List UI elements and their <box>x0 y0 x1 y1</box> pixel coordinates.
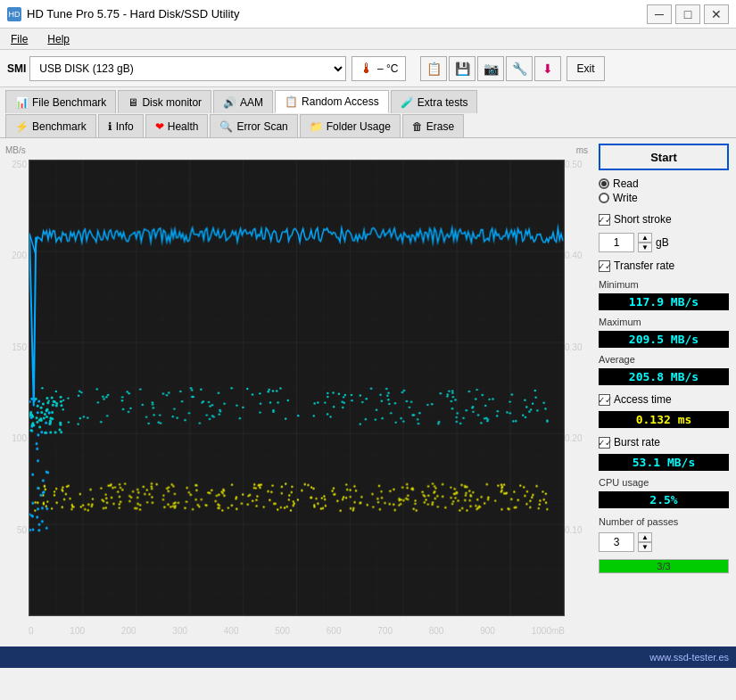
short-stroke-checkbox[interactable]: ✓ <box>599 214 610 226</box>
burst-rate-checkbox[interactable]: ✓ <box>599 437 610 449</box>
short-stroke-field[interactable] <box>599 233 634 252</box>
minimize-button[interactable]: ─ <box>647 4 672 24</box>
short-stroke-unit: gB <box>656 236 669 249</box>
short-stroke-down[interactable]: ▼ <box>638 243 652 252</box>
camera-icon-button[interactable]: 📷 <box>477 56 504 81</box>
file-menu[interactable]: File <box>5 31 33 47</box>
disk-dropdown[interactable]: USB DISK (123 gB) <box>29 56 346 81</box>
aam-label: AAM <box>240 96 263 109</box>
close-button[interactable]: ✕ <box>704 4 729 24</box>
short-stroke-up[interactable]: ▲ <box>638 233 652 243</box>
tab-health[interactable]: ❤ Health <box>145 114 209 137</box>
progress-bar: 3/3 <box>599 559 729 573</box>
title-bar: HD HD Tune Pro 5.75 - Hard Disk/SSD Util… <box>0 0 736 29</box>
info-icon: ℹ <box>108 120 112 133</box>
exit-button[interactable]: Exit <box>566 56 604 81</box>
short-stroke-spinners: ▲ ▼ <box>638 233 652 252</box>
settings-icon-button[interactable]: 🔧 <box>506 56 533 81</box>
tab-info[interactable]: ℹ Info <box>98 114 144 137</box>
toolbar-icons: 📋 💾 📷 🔧 ⬇ <box>420 56 561 81</box>
random-access-label: Random Access <box>302 95 379 108</box>
tab-aam[interactable]: 🔊 AAM <box>213 90 273 113</box>
read-radio-circle <box>599 178 609 189</box>
file-benchmark-label: File Benchmark <box>32 96 106 109</box>
minimum-label: Minimum <box>599 279 729 290</box>
y-axis-left-label: MB/s <box>5 145 26 155</box>
maximum-label: Maximum <box>599 317 729 327</box>
average-value: 205.8 MB/s <box>599 368 729 385</box>
access-time-row: ✓ Access time <box>599 393 729 406</box>
disk-selector-wrapper: SMI USB DISK (123 gB) <box>7 56 346 81</box>
file-benchmark-icon: 📊 <box>15 96 29 109</box>
burst-rate-label: Burst rate <box>614 436 660 449</box>
read-write-radio-group: Read Write <box>599 177 729 204</box>
tab-folder-usage[interactable]: 📁 Folder Usage <box>300 114 401 137</box>
cpu-usage-value: 2.5% <box>599 491 729 508</box>
passes-spinners: ▲ ▼ <box>638 532 652 552</box>
folder-usage-icon: 📁 <box>310 120 323 133</box>
tab-random-access[interactable]: 📋 Random Access <box>275 90 389 113</box>
tab-bar-row2: ⚡ Benchmark ℹ Info ❤ Health 🔍 Error Scan… <box>0 113 736 137</box>
progress-container: 3/3 <box>599 559 729 573</box>
maximize-button[interactable]: □ <box>675 4 700 24</box>
disk-monitor-icon: 🖥 <box>128 96 138 109</box>
access-time-label: Access time <box>614 393 672 406</box>
read-radio[interactable]: Read <box>599 177 729 190</box>
extra-tests-label: Extra tests <box>418 96 468 109</box>
write-radio-circle <box>599 193 609 203</box>
tab-benchmark[interactable]: ⚡ Benchmark <box>5 114 96 137</box>
passes-field[interactable] <box>599 532 634 552</box>
copy-icon-button[interactable]: 📋 <box>420 56 447 81</box>
tab-disk-monitor[interactable]: 🖥 Disk monitor <box>118 90 211 113</box>
transfer-rate-checkbox[interactable]: ✓ <box>599 260 610 272</box>
short-stroke-label: Short stroke <box>614 213 672 226</box>
tab-extra-tests[interactable]: 🧪 Extra tests <box>391 90 478 113</box>
burst-rate-row: ✓ Burst rate <box>599 436 729 449</box>
help-menu[interactable]: Help <box>42 31 75 47</box>
app-icon: HD <box>7 7 21 21</box>
transfer-rate-row: ✓ Transfer rate <box>599 259 729 272</box>
folder-usage-label: Folder Usage <box>327 120 391 133</box>
passes-down[interactable]: ▼ <box>638 542 652 552</box>
short-stroke-row: ✓ Short stroke <box>599 213 729 226</box>
access-time-checkbox[interactable]: ✓ <box>599 394 610 406</box>
passes-up[interactable]: ▲ <box>638 532 652 542</box>
chart-inner: 250 200 150 100 50 0.50 0.40 0.30 0.20 0… <box>29 160 565 616</box>
y-left-axis: 250 200 150 100 50 <box>5 160 27 616</box>
write-radio-label: Write <box>613 192 638 204</box>
right-panel: Start Read Write ✓ Short stroke ▲ ▼ gB <box>591 138 736 646</box>
thermometer-icon: 🌡 <box>360 61 374 77</box>
x-axis-labels: 0 100 200 300 400 500 600 700 800 900 10… <box>29 626 565 636</box>
y-right-axis: 0.50 0.40 0.30 0.20 0.10 <box>565 160 590 616</box>
website-url: www.ssd-tester.es <box>649 652 729 663</box>
menu-bar: File Help <box>0 29 736 50</box>
aam-icon: 🔊 <box>223 96 236 109</box>
erase-icon: 🗑 <box>412 120 423 133</box>
info-label: Info <box>116 120 134 133</box>
main-content: MB/s ms 250 200 150 100 50 0.50 0.40 0.3… <box>0 138 736 646</box>
random-access-icon: 📋 <box>285 95 298 108</box>
progress-text: 3/3 <box>600 560 728 572</box>
access-time-value: 0.132 ms <box>599 411 729 428</box>
burst-rate-value: 53.1 MB/s <box>599 454 729 471</box>
health-icon: ❤ <box>155 120 164 133</box>
temperature-display: 🌡 – °C <box>351 56 406 81</box>
write-radio[interactable]: Write <box>599 192 729 204</box>
y-axis-right-label: ms <box>576 145 588 155</box>
average-label: Average <box>599 354 729 365</box>
tab-error-scan[interactable]: 🔍 Error Scan <box>210 114 297 137</box>
tab-erase[interactable]: 🗑 Erase <box>402 114 464 137</box>
start-button[interactable]: Start <box>599 144 729 170</box>
temperature-value: – °C <box>377 62 398 75</box>
window-title: HD Tune Pro 5.75 - Hard Disk/SSD Utility <box>27 7 239 21</box>
save-icon-button[interactable]: 💾 <box>449 56 476 81</box>
tab-file-benchmark[interactable]: 📊 File Benchmark <box>5 90 116 113</box>
download-icon-button[interactable]: ⬇ <box>534 56 561 81</box>
transfer-rate-label: Transfer rate <box>614 259 674 272</box>
health-label: Health <box>168 120 199 133</box>
error-scan-icon: 🔍 <box>219 120 233 133</box>
benchmark-label: Benchmark <box>32 120 87 133</box>
cpu-usage-label: CPU usage <box>599 477 729 488</box>
benchmark-icon: ⚡ <box>15 120 29 133</box>
tab-bar-row1: 📊 File Benchmark 🖥 Disk monitor 🔊 AAM 📋 … <box>0 87 736 113</box>
